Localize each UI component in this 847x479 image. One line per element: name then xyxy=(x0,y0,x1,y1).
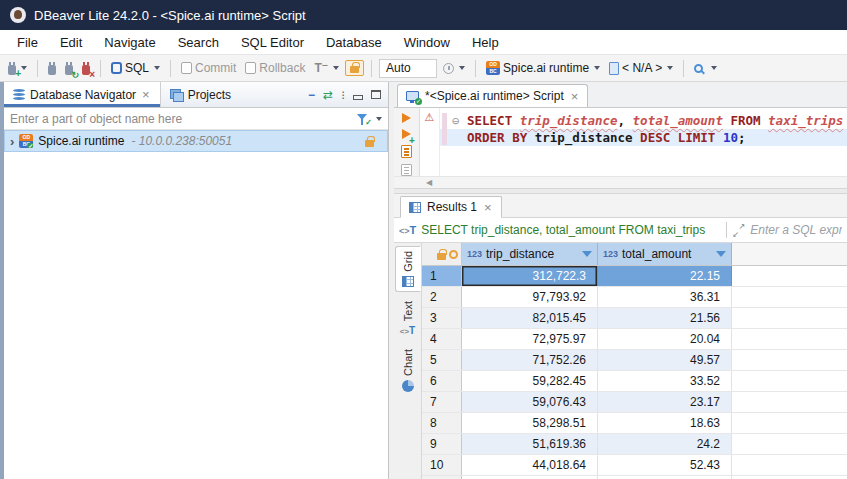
row-number-cell[interactable]: 6 xyxy=(422,371,462,391)
connection-tree-item[interactable]: › ODBC Spice.ai runtime - 10.0.0.238:500… xyxy=(4,130,388,152)
close-icon[interactable]: × xyxy=(483,201,493,214)
code-line[interactable]: ⊖SELECT trip_distance, total_amount FROM… xyxy=(440,112,847,129)
reconnect-button[interactable] xyxy=(62,60,76,77)
chevron-down-icon[interactable] xyxy=(711,66,717,70)
execute-new-tab-icon[interactable] xyxy=(402,129,411,139)
chevron-down-icon[interactable] xyxy=(376,117,382,121)
data-cell[interactable]: 22.15 xyxy=(598,266,732,286)
link-with-editor-icon[interactable]: ⇄ xyxy=(323,88,333,102)
code-editor[interactable]: ⊖SELECT trip_distance, total_amount FROM… xyxy=(440,108,847,176)
maximize-results-icon[interactable]: ↗↙ xyxy=(732,224,745,237)
tab-grid[interactable]: Grid xyxy=(395,246,421,292)
menu-search[interactable]: Search xyxy=(167,33,230,52)
data-cell[interactable]: 18.63 xyxy=(598,413,732,433)
explain-plan-icon[interactable] xyxy=(401,164,412,177)
row-number-cell[interactable]: 4 xyxy=(422,329,462,349)
filter-funnel-icon[interactable]: ✓ xyxy=(356,113,370,125)
row-number-cell[interactable]: 8 xyxy=(422,413,462,433)
menu-navigate[interactable]: Navigate xyxy=(93,33,166,52)
chevron-down-icon[interactable] xyxy=(594,66,600,70)
scroll-left-icon[interactable]: ◀ xyxy=(426,178,432,187)
close-icon[interactable]: × xyxy=(570,90,580,103)
tab-text[interactable]: Text <>T xyxy=(395,297,421,340)
sort-triangle-icon[interactable] xyxy=(716,251,726,257)
data-cell[interactable]: 82,015.45 xyxy=(462,308,598,328)
minimize-icon[interactable] xyxy=(353,95,363,100)
rollback-button[interactable]: Rollback xyxy=(242,59,308,77)
grid-corner-cell[interactable] xyxy=(422,243,462,265)
sql-editor-button[interactable]: SQL xyxy=(108,59,163,77)
column-header-trip-distance[interactable]: 123 trip_distance xyxy=(462,243,598,265)
tab-projects[interactable]: Projects xyxy=(161,82,240,107)
tab-chart[interactable]: Chart xyxy=(395,345,421,396)
disconnect-button[interactable] xyxy=(79,60,93,77)
data-cell[interactable]: 52.43 xyxy=(598,455,732,475)
chevron-down-icon[interactable] xyxy=(667,66,673,70)
row-number-cell[interactable]: 7 xyxy=(422,392,462,412)
row-number-cell[interactable]: 1 xyxy=(422,266,462,286)
data-cell[interactable]: 49.57 xyxy=(598,350,732,370)
row-number-cell[interactable]: 10 xyxy=(422,455,462,475)
close-icon[interactable]: × xyxy=(141,88,151,101)
data-cell[interactable]: 72,975.97 xyxy=(462,329,598,349)
editor-horizontal-scrollbar[interactable]: ◀ xyxy=(394,176,847,188)
object-filter-input[interactable] xyxy=(10,112,352,126)
view-menu-icon[interactable]: ⁝ xyxy=(341,88,345,102)
menu-database[interactable]: Database xyxy=(315,33,393,52)
data-cell[interactable]: 97,793.92 xyxy=(462,287,598,307)
maximize-icon[interactable] xyxy=(371,90,381,99)
tab-database-navigator-label: Database Navigator xyxy=(30,88,136,102)
chevron-down-icon[interactable] xyxy=(154,66,160,70)
transaction-mode-button[interactable]: T⁻ xyxy=(311,59,342,77)
commit-button[interactable]: Commit xyxy=(178,59,239,77)
row-number-cell[interactable]: 5 xyxy=(422,350,462,370)
row-number-cell[interactable]: 9 xyxy=(422,434,462,454)
data-cell[interactable]: 36.31 xyxy=(598,287,732,307)
menu-help[interactable]: Help xyxy=(461,33,510,52)
menu-sql-editor[interactable]: SQL Editor xyxy=(230,33,315,52)
data-cell[interactable]: 21.56 xyxy=(598,308,732,328)
row-number-cell[interactable]: 3 xyxy=(422,308,462,328)
grid-tab-icon xyxy=(402,276,414,287)
menu-window[interactable]: Window xyxy=(393,33,461,52)
code-line[interactable]: ORDER BY trip_distance DESC LIMIT 10; xyxy=(440,129,847,146)
tab-results-1[interactable]: Results 1 × xyxy=(400,196,502,218)
column-header-total-amount[interactable]: 123 total_amount xyxy=(598,243,732,265)
new-connection-button[interactable] xyxy=(5,60,30,77)
chevron-down-icon[interactable] xyxy=(333,66,339,70)
commit-mode-combo[interactable]: Auto xyxy=(379,59,437,78)
sort-triangle-icon[interactable] xyxy=(582,251,592,257)
tab-script-editor[interactable]: ✓ *<Spice.ai runtime> Script × xyxy=(397,84,588,107)
chevron-down-icon[interactable] xyxy=(21,66,27,70)
history-button[interactable] xyxy=(440,61,468,76)
data-cell[interactable]: 58,298.51 xyxy=(462,413,598,433)
data-cell[interactable]: 23.17 xyxy=(598,392,732,412)
data-cell[interactable]: 24.2 xyxy=(598,434,732,454)
search-button[interactable] xyxy=(691,62,720,75)
data-cell[interactable]: 51,619.36 xyxy=(462,434,598,454)
execute-statement-icon[interactable] xyxy=(402,113,411,123)
data-cell[interactable]: 59,282.45 xyxy=(462,371,598,391)
expand-chevron-icon[interactable]: › xyxy=(10,135,14,148)
code-token: FROM xyxy=(730,113,760,128)
data-cell[interactable]: 44,018.64 xyxy=(462,455,598,475)
tab-database-navigator[interactable]: Database Navigator × xyxy=(4,82,161,107)
collapse-all-icon[interactable]: − xyxy=(308,88,315,102)
fold-minus-icon[interactable]: ⊖ xyxy=(452,112,467,129)
results-filter-input[interactable]: Enter a SQL expression to xyxy=(750,223,842,237)
menu-edit[interactable]: Edit xyxy=(49,33,93,52)
data-cell[interactable]: 71,752.26 xyxy=(462,350,598,370)
menu-file[interactable]: File xyxy=(6,33,49,52)
active-connection-selector[interactable]: ODBCSpice.ai runtime xyxy=(483,59,603,77)
reconnect-icon xyxy=(65,65,73,75)
row-number-cell[interactable]: 2 xyxy=(422,287,462,307)
active-schema-selector[interactable]: < N/A > xyxy=(606,59,676,77)
data-cell[interactable]: 312,722.3 xyxy=(462,266,598,286)
data-cell[interactable]: 59,076.43 xyxy=(462,392,598,412)
data-cell[interactable]: 33.52 xyxy=(598,371,732,391)
data-cell[interactable]: 20.04 xyxy=(598,329,732,349)
chevron-down-icon[interactable] xyxy=(459,66,465,70)
autocommit-toggle[interactable] xyxy=(345,60,364,76)
connect-button[interactable] xyxy=(45,60,59,77)
execute-script-icon[interactable] xyxy=(401,145,412,158)
